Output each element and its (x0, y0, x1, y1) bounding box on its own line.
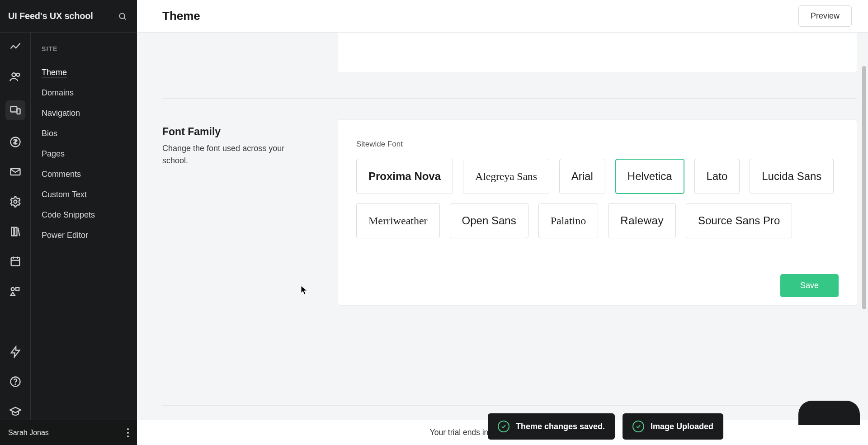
user-menu-button[interactable] (127, 428, 129, 437)
calendar-icon (9, 255, 22, 268)
subnav-item-theme[interactable]: Theme (42, 62, 126, 83)
help-widget[interactable] (798, 401, 860, 425)
scrollbar-thumb[interactable] (862, 66, 866, 309)
nav-site[interactable] (5, 100, 25, 120)
activity-icon (9, 41, 22, 53)
icon-rail (0, 33, 31, 420)
dollar-icon (9, 136, 22, 148)
font-option-source-sans-pro[interactable]: Source Sans Pro (686, 203, 792, 238)
svg-point-16 (11, 288, 14, 291)
subnav-item-pages[interactable]: Pages (42, 144, 126, 164)
subnav-item-domains[interactable]: Domains (42, 83, 126, 103)
svg-marker-19 (11, 346, 19, 357)
graduation-icon (9, 405, 22, 418)
user-bar: Sarah Jonas (0, 420, 137, 445)
subnav: SITE Theme Domains Navigation Bios Pages… (31, 33, 137, 420)
topbar: Theme Preview (137, 0, 868, 33)
nav-help[interactable] (9, 375, 22, 390)
toast-text: Image Uploaded (651, 422, 713, 431)
font-option-arial[interactable]: Arial (559, 159, 605, 194)
toast-theme-saved: Theme changes saved. (488, 413, 615, 440)
main: Theme Preview Font Family Change the fon… (137, 0, 868, 420)
devices-icon (9, 104, 22, 117)
save-button[interactable]: Save (780, 274, 839, 297)
preview-button[interactable]: Preview (798, 5, 852, 27)
font-option-lato[interactable]: Lato (694, 159, 740, 194)
check-circle-icon (632, 421, 644, 432)
nav-apps[interactable] (9, 285, 22, 299)
nav-grad[interactable] (9, 405, 22, 420)
nav-calendar[interactable] (9, 255, 22, 270)
gear-icon (9, 195, 22, 208)
toast-text: Theme changes saved. (516, 422, 605, 431)
svg-rect-12 (11, 258, 19, 266)
users-icon (9, 71, 22, 83)
subnav-heading: SITE (42, 45, 126, 52)
svg-rect-4 (10, 107, 17, 112)
shapes-icon (9, 285, 22, 298)
subnav-item-bios[interactable]: Bios (42, 123, 126, 144)
subnav-item-code-snippets[interactable]: Code Snippets (42, 205, 126, 225)
font-option-lucida-sans[interactable]: Lucida Sans (750, 159, 834, 194)
font-option-proxima-nova[interactable]: Proxima Nova (356, 159, 453, 194)
sidebar: UI Feed's UX school SITE Theme Domains N… (0, 0, 137, 420)
svg-rect-5 (17, 109, 20, 114)
font-option-open-sans[interactable]: Open Sans (450, 203, 528, 238)
svg-rect-17 (16, 288, 19, 291)
school-name: UI Feed's UX school (8, 11, 116, 21)
nav-emails[interactable] (9, 166, 22, 180)
svg-line-1 (124, 18, 126, 19)
font-option-palatino[interactable]: Palatino (538, 203, 599, 238)
svg-point-21 (15, 384, 15, 384)
section-subtitle: Change the font used across your school. (162, 142, 311, 167)
font-option-merriweather[interactable]: Merriweather (356, 203, 440, 238)
svg-rect-10 (14, 227, 17, 236)
content: Font Family Change the font used across … (162, 33, 850, 420)
svg-rect-9 (11, 227, 14, 236)
check-circle-icon (498, 421, 509, 432)
search-icon (118, 12, 127, 21)
svg-point-2 (12, 73, 15, 76)
svg-point-3 (16, 73, 19, 76)
subnav-item-navigation[interactable]: Navigation (42, 103, 126, 123)
search-button[interactable] (116, 10, 129, 23)
previous-card-bottom (338, 33, 857, 72)
card-footer: Save (356, 263, 839, 297)
font-grid: Proxima Nova Alegreya Sans Arial Helveti… (356, 159, 839, 238)
font-card: Sitewide Font Proxima Nova Alegreya Sans… (338, 119, 857, 306)
nav-sales[interactable] (9, 136, 22, 150)
section-title: Font Family (162, 126, 311, 138)
page-title: Theme (162, 9, 200, 23)
svg-point-0 (119, 13, 125, 19)
nav-content[interactable] (9, 225, 22, 240)
question-icon (9, 375, 22, 388)
nav-bolt[interactable] (9, 346, 22, 360)
subnav-item-power-editor[interactable]: Power Editor (42, 225, 126, 246)
font-option-helvetica[interactable]: Helvetica (615, 159, 684, 194)
section-divider (162, 98, 857, 99)
books-icon (9, 225, 22, 238)
toast-image-uploaded: Image Uploaded (623, 413, 723, 440)
subnav-item-custom-text[interactable]: Custom Text (42, 185, 126, 205)
section-divider-2 (162, 405, 857, 406)
mail-icon (9, 166, 22, 178)
subnav-item-comments[interactable]: Comments (42, 164, 126, 185)
nav-settings[interactable] (9, 195, 22, 210)
svg-marker-18 (10, 292, 14, 295)
font-option-alegreya-sans[interactable]: Alegreya Sans (463, 159, 549, 194)
bolt-icon (9, 346, 22, 358)
user-name: Sarah Jonas (8, 429, 49, 437)
field-label-sitewide-font: Sitewide Font (356, 140, 839, 149)
svg-point-8 (14, 200, 17, 204)
nav-dashboard[interactable] (9, 41, 22, 55)
svg-line-11 (18, 228, 19, 236)
nav-users[interactable] (9, 71, 22, 85)
section-label: Font Family Change the font used across … (162, 126, 311, 167)
font-option-raleway[interactable]: Raleway (608, 203, 676, 238)
sidebar-header: UI Feed's UX school (0, 0, 137, 33)
